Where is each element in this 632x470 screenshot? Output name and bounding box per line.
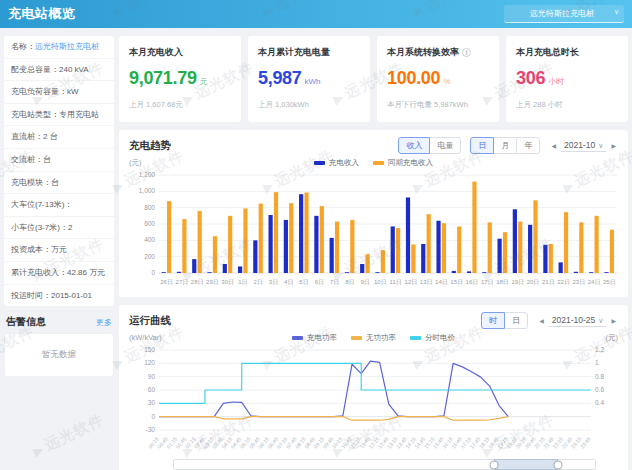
series-line: [159, 361, 508, 417]
legend-income[interactable]: 充电收入: [314, 158, 359, 168]
y-tick-right: 0.6: [595, 386, 604, 393]
next-arrow-icon[interactable]: ▶: [609, 140, 618, 151]
x-tick-label: 26日: [160, 279, 173, 286]
app-header: 充电站概览 远光特斯拉充电桩 ∨: [0, 0, 632, 28]
info-row-load-capacity: 充电负荷容量：kW: [4, 81, 114, 104]
bar-income: [513, 209, 517, 273]
bar-income: [574, 272, 578, 273]
legend-reactive-power[interactable]: 无功功率: [351, 333, 396, 343]
y-tick-right: 1.2: [595, 346, 604, 353]
bar-income: [498, 239, 502, 273]
toggle-month[interactable]: 月: [493, 137, 517, 154]
bar-prev-income: [610, 230, 614, 273]
curve-period-toggle: 时 日: [481, 312, 528, 329]
bar-income: [238, 266, 242, 273]
y-tick-label: 600: [144, 220, 155, 227]
bar-prev-income: [320, 206, 324, 273]
bar-income: [452, 271, 456, 273]
bar-prev-income: [549, 244, 553, 273]
toggle-energy[interactable]: 电量: [429, 137, 461, 154]
series-line: [159, 363, 591, 403]
curve-y-unit-right: (元): [606, 333, 619, 343]
info-row-invest: 投资成本：万元: [4, 239, 114, 262]
x-tick-label: 17日: [481, 279, 494, 286]
bar-prev-income: [304, 193, 308, 273]
x-tick-label: 22日: [557, 279, 570, 286]
legend-tou-price[interactable]: 分时电价: [410, 333, 455, 343]
y-tick-left: -30: [146, 426, 156, 433]
info-icon[interactable]: i: [462, 48, 471, 57]
datazoom-selection[interactable]: [494, 459, 557, 470]
kpi-energy-value: 5,987: [258, 68, 302, 88]
x-tick-label: 23:45: [579, 436, 592, 450]
toggle-day[interactable]: 日: [470, 137, 494, 154]
x-tick-label: 1日: [238, 279, 247, 286]
trend-title: 充电趋势: [129, 139, 171, 153]
legend-prev-income[interactable]: 同期充电收入: [373, 158, 433, 168]
bar-prev-income: [533, 200, 537, 273]
x-tick-label: 29日: [206, 279, 219, 286]
bar-prev-income: [243, 208, 247, 273]
datazoom-slider: [173, 459, 596, 470]
y-tick-label: 400: [144, 236, 155, 243]
bar-prev-income: [335, 222, 339, 273]
bar-prev-income: [457, 226, 461, 273]
trend-date-picker[interactable]: 2021-10∨: [561, 140, 606, 152]
chevron-down-icon: ∨: [598, 317, 603, 324]
station-info-card: 名称：远光特斯拉充电桩 配变总容量：240 kVA 充电负荷容量：kW 充电站类…: [4, 36, 114, 306]
bar-prev-income: [411, 244, 415, 273]
bar-income: [436, 221, 440, 273]
sidebar: 名称：远光特斯拉充电桩 配变总容量：240 kVA 充电负荷容量：kW 充电站类…: [4, 36, 114, 470]
bar-prev-income: [289, 203, 293, 273]
bar-income: [482, 272, 486, 273]
toggle-income[interactable]: 收入: [398, 137, 430, 154]
info-row-capacity: 配变总容量：240 kVA: [4, 59, 114, 82]
bar-income: [223, 264, 227, 273]
bar-income: [192, 259, 196, 273]
datazoom-handle-left[interactable]: [490, 460, 499, 469]
y-tick-left: 60: [148, 386, 156, 393]
trend-y-unit: (元): [129, 158, 142, 168]
x-tick-label: 30日: [221, 279, 234, 286]
station-selector[interactable]: 远光特斯拉充电桩 ∨: [504, 5, 624, 23]
x-tick-label: 15日: [450, 279, 463, 286]
curve-date-picker[interactable]: 2021-10-25∨: [549, 315, 607, 327]
x-tick-label: 7日: [330, 279, 339, 286]
y-tick-label: 200: [144, 253, 155, 260]
bar-prev-income: [213, 236, 217, 273]
y-tick-right: 0.4: [595, 399, 604, 406]
bar-prev-income: [427, 214, 431, 273]
bar-prev-income: [228, 216, 232, 273]
bar-income: [589, 272, 593, 273]
toggle-year[interactable]: 年: [516, 137, 540, 154]
toggle-hour[interactable]: 时: [481, 312, 505, 329]
alarm-more-link[interactable]: 更多: [96, 317, 112, 328]
bar-prev-income: [503, 232, 507, 273]
x-tick-label: 16日: [466, 279, 479, 286]
station-name-link[interactable]: 远光特斯拉充电桩: [35, 42, 99, 51]
x-tick-label: 12日: [405, 279, 418, 286]
bar-income: [391, 226, 395, 273]
x-tick-label: 4日: [284, 279, 293, 286]
bar-income: [314, 216, 318, 273]
next-arrow-icon[interactable]: ▶: [609, 315, 618, 326]
y-tick-right: 1: [595, 359, 599, 366]
legend-charge-power[interactable]: 充电功率: [292, 333, 337, 343]
prev-arrow-icon[interactable]: ◀: [537, 315, 546, 326]
y-tick-left: 150: [144, 346, 155, 353]
x-tick-label: 5日: [299, 279, 308, 286]
trend-bar-chart: 02004006008001,0001,20026日27日28日29日30日1日…: [129, 169, 618, 293]
datazoom-handle-right[interactable]: [553, 460, 562, 469]
toggle-day[interactable]: 日: [504, 312, 528, 329]
chevron-down-icon: ∨: [614, 8, 619, 16]
x-tick-label: 14日: [435, 279, 448, 286]
alarm-empty-box: 暂无数据: [4, 333, 114, 377]
info-row-dc-piles: 直流桩：2 台: [4, 126, 114, 149]
bar-prev-income: [396, 228, 400, 273]
bar-income: [299, 194, 303, 273]
bar-income: [330, 238, 334, 273]
trend-panel: 充电趋势 收入 电量 日 月 年 ◀ 2021-10∨ ▶: [119, 130, 628, 297]
station-selector-label: 远光特斯拉充电桩: [530, 9, 594, 18]
bar-prev-income: [518, 222, 522, 273]
prev-arrow-icon[interactable]: ◀: [549, 140, 558, 151]
